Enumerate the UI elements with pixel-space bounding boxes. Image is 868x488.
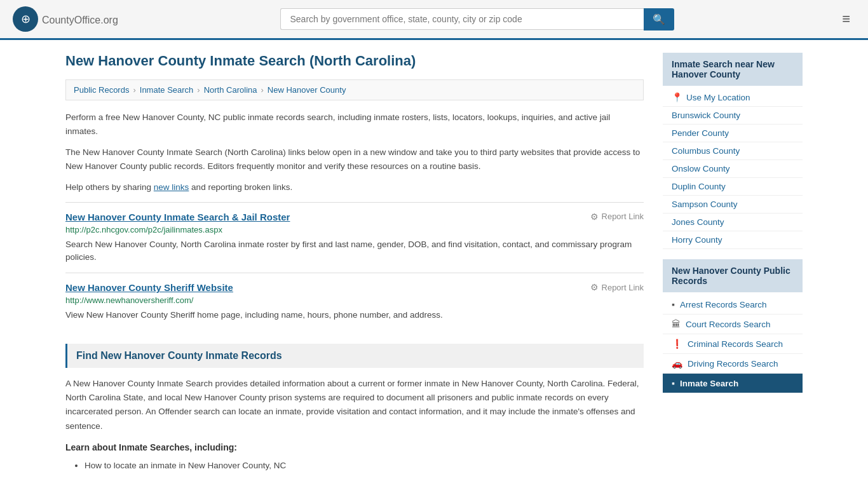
nearby-brunswick[interactable]: Brunswick County xyxy=(663,107,803,125)
nearby-use-location[interactable]: 📍 Use My Location xyxy=(663,88,803,107)
main-container: New Hanover County Inmate Search (North … xyxy=(53,40,815,486)
link-card-1-title[interactable]: New Hanover County Inmate Search & Jail … xyxy=(65,212,290,222)
new-links-link[interactable]: new links xyxy=(154,182,189,192)
nearby-horry[interactable]: Horry County xyxy=(663,231,803,249)
search-button[interactable]: 🔍 xyxy=(644,8,674,30)
desc-para-2: The New Hanover County Inmate Search (No… xyxy=(65,146,644,173)
court-icon: 🏛 xyxy=(672,319,681,329)
site-header: ⊕ CountyOffice.org 🔍 ≡ xyxy=(0,0,868,40)
logo-area: ⊕ CountyOffice.org xyxy=(13,6,118,32)
public-records-list: ▪ Arrest Records Search 🏛 Court Records … xyxy=(663,295,803,393)
driving-icon: 🚗 xyxy=(672,358,682,369)
breadcrumb-north-carolina[interactable]: North Carolina xyxy=(204,85,257,95)
nearby-duplin[interactable]: Duplin County xyxy=(663,178,803,196)
logo-text: CountyOffice.org xyxy=(42,12,118,27)
pub-rec-arrest[interactable]: ▪ Arrest Records Search xyxy=(663,295,803,315)
link-card-1-url[interactable]: http://p2c.nhcgov.com/p2c/jailinmates.as… xyxy=(65,225,644,234)
report-icon-1: ⚙ xyxy=(590,212,599,222)
logo-icon: ⊕ xyxy=(13,6,38,32)
find-section-heading: Find New Hanover County Inmate Records xyxy=(65,344,644,368)
pub-rec-inmate[interactable]: ▪ Inmate Search xyxy=(663,374,803,393)
bullet-item-1: How to locate an inmate in New Hanover C… xyxy=(85,459,644,473)
pub-rec-driving[interactable]: 🚗 Driving Records Search xyxy=(663,354,803,374)
link-card-2: New Hanover County Sheriff Website ⚙ Rep… xyxy=(65,273,644,330)
breadcrumb-new-hanover[interactable]: New Hanover County xyxy=(268,85,346,95)
link-card-1: New Hanover County Inmate Search & Jail … xyxy=(65,202,644,273)
breadcrumb-sep-2: › xyxy=(197,85,200,95)
content-area: New Hanover County Inmate Search (North … xyxy=(65,53,644,473)
link-card-2-desc: View New Hanover County Sheriff home pag… xyxy=(65,309,644,322)
location-icon: 📍 xyxy=(672,92,682,102)
report-link-btn-2[interactable]: ⚙ Report Link xyxy=(590,282,644,292)
link-card-1-header: New Hanover County Inmate Search & Jail … xyxy=(65,212,644,225)
menu-icon[interactable]: ≡ xyxy=(837,8,855,30)
inmate-icon: ▪ xyxy=(672,378,675,388)
link-card-2-url[interactable]: http://www.newhanoversheriff.com/ xyxy=(65,295,644,305)
nearby-jones[interactable]: Jones County xyxy=(663,214,803,231)
nearby-links-list: 📍 Use My Location Brunswick County Pende… xyxy=(663,88,803,249)
page-title: New Hanover County Inmate Search (North … xyxy=(65,53,644,69)
find-section-bullet-list: How to locate an inmate in New Hanover C… xyxy=(65,459,644,473)
link-card-2-header: New Hanover County Sheriff Website ⚙ Rep… xyxy=(65,282,644,295)
breadcrumb: Public Records › Inmate Search › North C… xyxy=(65,79,644,100)
nearby-pender[interactable]: Pender County xyxy=(663,125,803,142)
breadcrumb-public-records[interactable]: Public Records xyxy=(74,85,129,95)
link-card-1-desc: Search New Hanover County, North Carolin… xyxy=(65,238,644,264)
breadcrumb-sep-1: › xyxy=(133,85,135,95)
public-records-section-title: New Hanover County Public Records xyxy=(663,259,803,292)
desc-para-3: Help others by sharing new links and rep… xyxy=(65,180,644,194)
search-input[interactable] xyxy=(280,8,644,30)
desc-para-1: Perform a free New Hanover County, NC pu… xyxy=(65,111,644,138)
pub-rec-criminal[interactable]: ❗ Criminal Records Search xyxy=(663,334,803,354)
pub-rec-court[interactable]: 🏛 Court Records Search xyxy=(663,315,803,334)
sidebar: Inmate Search near New Hanover County 📍 … xyxy=(663,53,803,473)
report-icon-2: ⚙ xyxy=(590,282,599,292)
search-area: 🔍 xyxy=(280,8,674,30)
nearby-onslow[interactable]: Onslow County xyxy=(663,160,803,178)
nearby-section-title: Inmate Search near New Hanover County xyxy=(663,53,803,86)
nearby-sampson[interactable]: Sampson County xyxy=(663,196,803,214)
find-section-body: A New Hanover County Inmate Search provi… xyxy=(65,377,644,433)
report-link-btn-1[interactable]: ⚙ Report Link xyxy=(590,212,644,222)
arrest-icon: ▪ xyxy=(672,299,675,309)
link-card-2-title[interactable]: New Hanover County Sheriff Website xyxy=(65,282,233,293)
nearby-columbus[interactable]: Columbus County xyxy=(663,142,803,160)
breadcrumb-sep-3: › xyxy=(261,85,264,95)
find-section-sub-heading: Learn about Inmate Searches, including: xyxy=(65,442,644,452)
criminal-icon: ❗ xyxy=(672,339,682,349)
breadcrumb-inmate-search[interactable]: Inmate Search xyxy=(140,85,194,95)
